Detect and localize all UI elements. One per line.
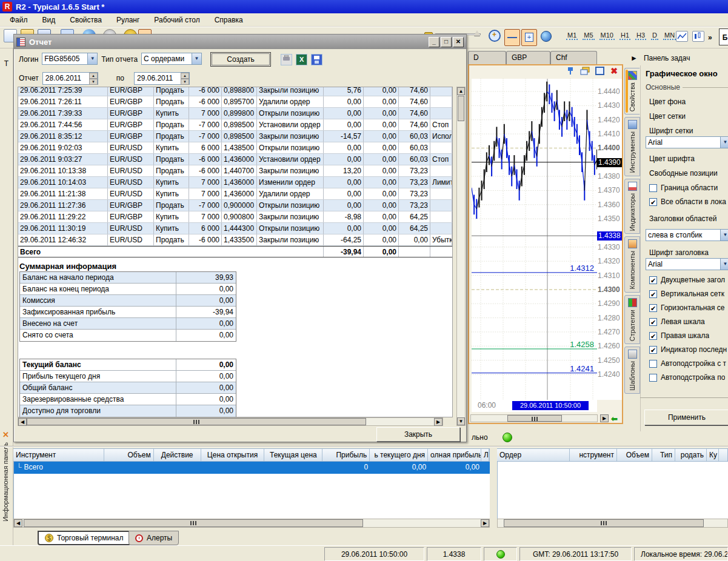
column-header[interactable]: Действие — [154, 449, 201, 461]
chevron-down-icon[interactable]: ▼ — [720, 230, 728, 241]
scroll-left-button[interactable]: ◀ — [18, 418, 27, 426]
chart-scrollbar[interactable] — [470, 414, 598, 422]
report-table-row[interactable]: 29.06.2011 7:25:39EUR/GBPПродать-6 0000,… — [18, 87, 452, 96]
maximize-window-icon[interactable] — [594, 67, 605, 76]
menu-item[interactable]: Свойства — [64, 15, 108, 25]
checkbox-row[interactable]: ✔Все области в лока — [646, 198, 728, 206]
timeframe-button[interactable]: M1 — [566, 31, 578, 40]
maximize-icon[interactable]: □ — [441, 37, 452, 47]
checkbox-row[interactable]: ✔Левая шкала — [646, 317, 728, 326]
orders-table-header[interactable]: ОрдернструментОбъемТипродатьКу — [497, 448, 728, 462]
timeframe-button[interactable]: D — [651, 31, 658, 40]
orders-hscrollbar[interactable] — [497, 519, 728, 528]
dialog-close-button[interactable]: Закрыть — [376, 427, 460, 442]
panel-tab-4[interactable]: Компоненты — [624, 236, 640, 292]
column-header[interactable]: нструмент — [570, 449, 617, 461]
close-panel-icon[interactable]: ✕ — [2, 430, 9, 439]
column-header[interactable]: Прибыль — [322, 449, 370, 461]
date-from-spinner[interactable]: ▲▼ — [89, 73, 98, 84]
checkbox-row[interactable]: ✔Двухцветные загол — [646, 276, 728, 284]
chevron-down-icon[interactable]: ▼ — [720, 259, 728, 270]
candlestick-chart-icon[interactable] — [692, 31, 704, 42]
column-header[interactable]: Л — [481, 449, 489, 461]
excel-export-icon[interactable]: X — [296, 54, 307, 65]
total-row[interactable]: └Всего00,000,00 — [14, 462, 490, 474]
pair-tab[interactable]: Chf — [550, 51, 597, 64]
column-header[interactable]: Инструмент — [13, 449, 104, 461]
column-header[interactable]: Тип — [652, 449, 675, 461]
save-icon[interactable] — [311, 54, 322, 65]
column-header[interactable]: Цена открытия — [201, 449, 265, 461]
font-color-row[interactable]: Цвет шрифта — [646, 154, 728, 163]
report-table-row[interactable]: 29.06.2011 7:39:33EUR/GBPКупить7 0000,89… — [18, 108, 452, 119]
scroll-down-button[interactable]: ▼ — [457, 417, 465, 425]
print-icon[interactable] — [281, 54, 292, 65]
header-font-combo[interactable]: Arial▼ — [646, 258, 728, 270]
scroll-right-button[interactable]: ▶ — [600, 414, 609, 422]
tab-trading-terminal[interactable]: $ Торговый терминал — [38, 531, 131, 545]
timeframe-button[interactable]: H3 — [635, 31, 646, 40]
chevron-down-icon[interactable]: ▼ — [192, 53, 201, 64]
report-table-row[interactable]: 29.06.2011 11:29:22EUR/GBPКупить7 0000,9… — [18, 211, 452, 223]
checkbox-row[interactable]: Граница области — [646, 184, 728, 192]
report-table-row[interactable]: 29.06.2011 9:02:03EUR/USDКупить6 0001,43… — [18, 142, 452, 154]
scroll-left-button[interactable]: ◀ — [14, 519, 22, 527]
timeframe-button[interactable]: H1 — [619, 31, 630, 40]
corner-button[interactable]: Б — [719, 28, 728, 45]
report-table-row[interactable]: 29.06.2011 11:30:19EUR/USDКупить6 0001,4… — [18, 223, 452, 234]
column-header[interactable]: олная прибыль — [428, 449, 481, 461]
report-hscrollbar[interactable]: ◀ ▶ — [18, 417, 443, 426]
column-header[interactable]: ь текущего дня — [370, 449, 428, 461]
checkbox-row[interactable]: ✔Индикатор последн — [646, 345, 728, 354]
column-header[interactable]: Объем — [104, 449, 154, 461]
pair-tab[interactable]: GBP — [506, 51, 550, 64]
add-window-tool-button[interactable]: + — [521, 29, 537, 46]
report-table-row[interactable]: 29.06.2011 7:26:11EUR/GBPПродать-6 0000,… — [18, 96, 452, 108]
column-header[interactable]: Объем — [617, 449, 652, 461]
report-table-row[interactable]: 29.06.2011 9:03:27EUR/USDПродать-6 0001,… — [18, 154, 452, 165]
dialog-title-bar[interactable]: Отчет _ □ ✕ — [14, 35, 466, 49]
column-header[interactable]: Ку — [707, 449, 719, 461]
go-live-arrow-icon[interactable]: ⬅ — [611, 414, 618, 423]
menu-item[interactable]: Вид — [36, 15, 62, 25]
checkbox-row[interactable]: ✔Вертикальная сетк — [646, 290, 728, 298]
price-axis[interactable]: 1.44401.44301.44201.44101.44001.43801.43… — [597, 79, 622, 400]
crosshair-tool-button[interactable] — [504, 29, 520, 46]
checkbox-row[interactable]: Автоподстройка с т — [646, 359, 728, 368]
chevron-down-icon[interactable]: ▼ — [87, 53, 97, 64]
checkbox-row[interactable]: ✔Правая шкала — [646, 331, 728, 340]
close-chart-icon[interactable]: ✖ — [609, 67, 619, 76]
zoom-in-icon[interactable] — [489, 30, 501, 42]
positions-table-header[interactable]: ИнструментОбъемДействиеЦена открытияТеку… — [13, 448, 490, 462]
chevron-down-icon[interactable]: ▼ — [720, 137, 728, 148]
date-from-field[interactable]: 28.06.2011▲▼ — [42, 72, 98, 85]
grid-color-row[interactable]: Цвет сетки — [646, 112, 728, 121]
toolbar-overflow-icon[interactable]: » — [708, 33, 712, 42]
grid-font-combo[interactable]: Arial▼ — [646, 136, 728, 148]
menu-item[interactable]: Справка — [209, 15, 249, 25]
bg-color-row[interactable]: Цвет фона — [646, 98, 728, 106]
column-header[interactable]: родать — [675, 449, 707, 461]
date-to-spinner[interactable]: ▲▼ — [181, 73, 189, 84]
info-panel-label[interactable]: Информационная панель — [2, 442, 9, 522]
globe-icon[interactable] — [541, 31, 554, 44]
area-headers-combo[interactable]: слева в столбик▼ — [646, 229, 728, 241]
minimize-icon[interactable]: _ — [429, 37, 439, 47]
report-table-row[interactable]: 29.06.2011 11:21:38EUR/USDКупить7 0001,4… — [18, 188, 452, 200]
operations-table[interactable]: 29.06.2011 7:25:39EUR/GBPПродать-6 0000,… — [18, 87, 452, 257]
panel-tab-3[interactable]: Индикаторы — [624, 179, 640, 234]
report-table-row[interactable]: 29.06.2011 10:13:38EUR/USDПродать-6 0001… — [18, 165, 452, 177]
tab-alerts[interactable]: Алерты — [129, 531, 179, 545]
menu-item[interactable]: Рабочий стол — [148, 15, 205, 25]
report-table-row[interactable]: 29.06.2011 12:46:32EUR/USDПродать-6 0001… — [18, 234, 452, 246]
free-positions-row[interactable]: Свободные позиции — [646, 169, 728, 178]
timeframe-button[interactable]: MN — [663, 31, 676, 40]
timeframe-button[interactable]: M5 — [583, 31, 594, 40]
report-table-row[interactable]: 29.06.2011 8:35:12EUR/GBPПродать-7 0000,… — [18, 131, 452, 142]
column-header[interactable]: Ордер — [497, 449, 570, 461]
checkbox-row[interactable]: ✔Горизонтальная се — [646, 304, 728, 312]
menu-item[interactable]: Руланг — [110, 15, 145, 25]
pin-icon[interactable] — [565, 67, 576, 76]
column-header[interactable]: Текущая цена — [264, 449, 322, 461]
report-table-row[interactable]: 29.06.2011 7:44:56EUR/GBPПродать-7 0000,… — [18, 119, 452, 131]
